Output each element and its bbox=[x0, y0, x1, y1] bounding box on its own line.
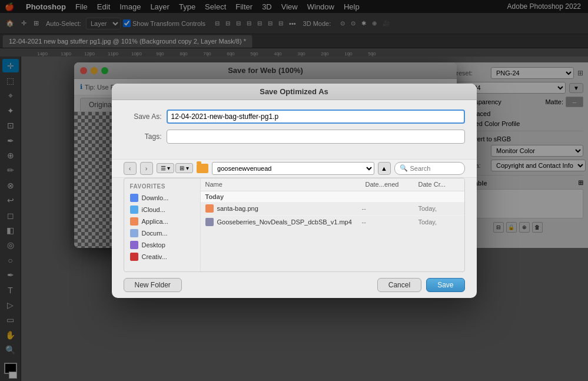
sidebar-label-applications: Applica... bbox=[142, 218, 168, 225]
location-row: goosenewvenuead ▲ bbox=[197, 162, 390, 175]
soa-title-bar: Save Optimized As bbox=[112, 84, 477, 100]
grid-view-btn[interactable]: ⊞ ▾ bbox=[175, 163, 193, 173]
view-buttons: ☰ ▾ ⊞ ▾ bbox=[157, 163, 194, 173]
sidebar-label-documents: Docum... bbox=[142, 230, 168, 237]
favorites-title: Favorites bbox=[124, 183, 200, 192]
save-optimized-as-overlay: Save Optimized As Save As: Tags: ‹ › ☰ ▾… bbox=[0, 0, 588, 381]
search-icon: 🔍 bbox=[400, 164, 408, 172]
soa-body: Save As: Tags: bbox=[112, 100, 477, 159]
sidebar-item-documents[interactable]: Docum... bbox=[124, 227, 200, 239]
save-as-input[interactable] bbox=[167, 110, 465, 124]
save-as-row: Save As: bbox=[124, 110, 465, 124]
soa-bottom-bar: New Folder Cancel Save bbox=[112, 272, 477, 298]
sidebar-item-creative[interactable]: Creativ... bbox=[124, 251, 200, 263]
creative-icon bbox=[130, 253, 138, 261]
file-name-santa-bag: santa-bag.png bbox=[217, 205, 358, 212]
save-as-label: Save As: bbox=[124, 112, 162, 121]
doc-icon bbox=[130, 229, 138, 237]
cancel-button[interactable]: Cancel bbox=[377, 278, 421, 292]
file-date-gooseberries: -- bbox=[362, 218, 415, 226]
sidebar-label-desktop: Desktop bbox=[142, 241, 165, 249]
file-created-santa-bag: Today, bbox=[418, 205, 460, 212]
soa-file-panel: Name Date...ened Date Cr... Today santa-… bbox=[201, 178, 464, 271]
col-created: Date Cr... bbox=[418, 181, 460, 188]
desktop-icon bbox=[130, 241, 138, 249]
folder-icon[interactable] bbox=[197, 164, 208, 173]
list-view-btn[interactable]: ☰ ▾ bbox=[157, 163, 175, 173]
file-created-gooseberries: Today, bbox=[418, 218, 460, 226]
save-button[interactable]: Save bbox=[426, 278, 464, 292]
sidebar-item-icloud[interactable]: iCloud... bbox=[124, 204, 200, 216]
sidebar-label-creative: Creativ... bbox=[142, 253, 167, 260]
sidebar-item-downloads[interactable]: Downlo... bbox=[124, 192, 200, 204]
nav-forward-btn[interactable]: › bbox=[140, 162, 153, 175]
soa-title: Save Optimized As bbox=[260, 87, 328, 96]
location-chevron[interactable]: ▲ bbox=[378, 162, 391, 175]
soa-sidebar: Favorites Downlo... iCloud... Applica...… bbox=[124, 178, 201, 272]
file-list-header: Name Date...ened Date Cr... bbox=[201, 178, 464, 191]
soa-main-with-sidebar: Favorites Downlo... iCloud... Applica...… bbox=[124, 178, 465, 272]
sidebar-item-desktop[interactable]: Desktop bbox=[124, 239, 200, 251]
cloud-icon bbox=[130, 206, 138, 214]
tags-label: Tags: bbox=[124, 132, 162, 141]
mp4-file-icon bbox=[205, 218, 214, 226]
save-optimized-as-dialog: Save Optimized As Save As: Tags: ‹ › ☰ ▾… bbox=[112, 84, 477, 298]
sidebar-label-downloads: Downlo... bbox=[142, 194, 169, 201]
tags-row: Tags: bbox=[124, 130, 465, 144]
search-box: 🔍 bbox=[394, 162, 465, 175]
soa-nav-bar: ‹ › ☰ ▾ ⊞ ▾ goosenewvenuead ▲ 🔍 bbox=[112, 159, 477, 178]
file-row-gooseberries[interactable]: Gooseberries_NovDeals_DSP_dcbSB_v1.mp4 -… bbox=[201, 216, 464, 228]
file-name-gooseberries: Gooseberries_NovDeals_DSP_dcbSB_v1.mp4 bbox=[217, 218, 358, 226]
png-file-icon bbox=[205, 204, 214, 213]
file-row-santa-bag[interactable]: santa-bag.png -- Today, bbox=[201, 203, 464, 216]
col-name: Name bbox=[205, 181, 366, 188]
sidebar-label-icloud: iCloud... bbox=[142, 206, 165, 213]
tags-input[interactable] bbox=[167, 130, 465, 144]
sidebar-item-applications[interactable]: Applica... bbox=[124, 216, 200, 227]
search-input[interactable] bbox=[410, 165, 457, 172]
col-date: Date...ened bbox=[366, 181, 418, 188]
file-date-santa-bag: -- bbox=[362, 205, 415, 212]
location-select[interactable]: goosenewvenuead bbox=[212, 162, 374, 175]
nav-back-btn[interactable]: ‹ bbox=[124, 162, 137, 175]
app-icon bbox=[130, 217, 138, 226]
new-folder-button[interactable]: New Folder bbox=[124, 278, 182, 292]
section-today: Today bbox=[201, 191, 464, 203]
download-icon bbox=[130, 194, 138, 202]
